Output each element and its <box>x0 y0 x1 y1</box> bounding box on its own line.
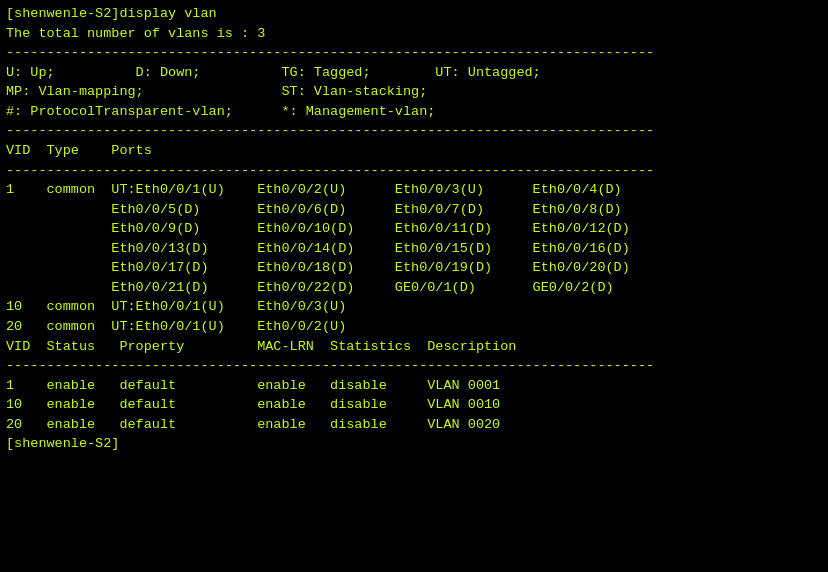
terminal-line-6: #: ProtocolTransparent-vlan; *: Manageme… <box>6 102 822 122</box>
terminal-line-16: Eth0/0/21(D) Eth0/0/22(D) GE0/0/1(D) GE0… <box>6 278 822 298</box>
terminal-line-0: [shenwenle-S2]display vlan <box>6 4 822 24</box>
terminal-line-14: Eth0/0/13(D) Eth0/0/14(D) Eth0/0/15(D) E… <box>6 239 822 259</box>
terminal-line-29: [shenwenle-S2] <box>6 434 822 454</box>
terminal-line-20: 20 common UT:Eth0/0/1(U) Eth0/0/2(U) <box>6 317 822 337</box>
terminal-line-13: Eth0/0/9(D) Eth0/0/10(D) Eth0/0/11(D) Et… <box>6 219 822 239</box>
terminal-line-24: ----------------------------------------… <box>6 356 822 376</box>
terminal-output: [shenwenle-S2]display vlanThe total numb… <box>6 4 822 568</box>
terminal-line-5: MP: Vlan-mapping; ST: Vlan-stacking; <box>6 82 822 102</box>
terminal-line-15: Eth0/0/17(D) Eth0/0/18(D) Eth0/0/19(D) E… <box>6 258 822 278</box>
terminal-line-12: Eth0/0/5(D) Eth0/0/6(D) Eth0/0/7(D) Eth0… <box>6 200 822 220</box>
terminal-line-9: VID Type Ports <box>6 141 822 161</box>
terminal-line-11: 1 common UT:Eth0/0/1(U) Eth0/0/2(U) Eth0… <box>6 180 822 200</box>
terminal-line-23: VID Status Property MAC-LRN Statistics D… <box>6 337 822 357</box>
terminal-line-26: 1 enable default enable disable VLAN 000… <box>6 376 822 396</box>
terminal-line-4: U: Up; D: Down; TG: Tagged; UT: Untagged… <box>6 63 822 83</box>
terminal-line-27: 10 enable default enable disable VLAN 00… <box>6 395 822 415</box>
terminal-line-7: ----------------------------------------… <box>6 121 822 141</box>
terminal-line-18: 10 common UT:Eth0/0/1(U) Eth0/0/3(U) <box>6 297 822 317</box>
terminal-line-2: ----------------------------------------… <box>6 43 822 63</box>
terminal-line-28: 20 enable default enable disable VLAN 00… <box>6 415 822 435</box>
terminal-line-1: The total number of vlans is : 3 <box>6 24 822 44</box>
terminal-line-10: ----------------------------------------… <box>6 161 822 181</box>
